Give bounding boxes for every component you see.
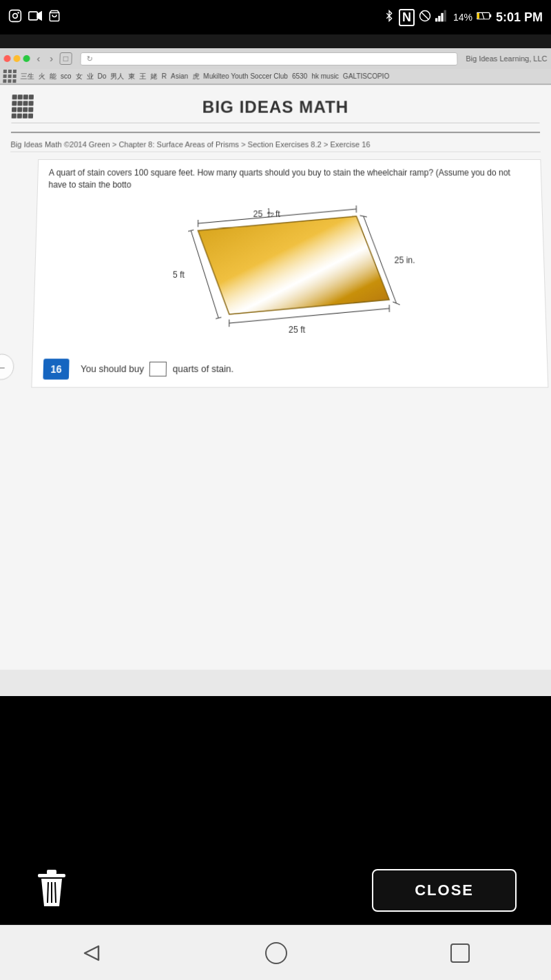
breadcrumb: Big Ideas Math ©2014 Green > Chapter 8: … bbox=[10, 137, 541, 152]
answer-input-box[interactable] bbox=[149, 361, 167, 376]
battery-icon bbox=[477, 10, 492, 24]
bluetooth-icon bbox=[384, 9, 395, 25]
svg-point-1 bbox=[13, 14, 18, 19]
minimize-dot[interactable] bbox=[13, 55, 20, 62]
status-icons-right: N 14% 5:01 PM bbox=[384, 9, 543, 26]
answer-prompt: You should buy bbox=[81, 363, 144, 374]
bookmark-lao[interactable]: 姥 bbox=[151, 72, 158, 81]
bim-header: BIG IDEAS MATH bbox=[11, 92, 539, 123]
url-refresh-icon: ↻ bbox=[86, 54, 92, 63]
bookmark-nanren[interactable]: 男人 bbox=[110, 72, 124, 81]
bookmark-gal[interactable]: GALTISCOPIO bbox=[343, 72, 389, 80]
shopping-icon bbox=[48, 9, 61, 25]
bookmark-asian[interactable]: Asian bbox=[171, 72, 188, 80]
screenshot-area: ‹ › □ ↻ Big Ideas Learning, LLC bbox=[0, 34, 551, 696]
bookmark-music[interactable]: hk music bbox=[311, 72, 339, 80]
browser-toolbar: ‹ › □ ↻ Big Ideas Learning, LLC bbox=[0, 48, 551, 69]
status-icons-left bbox=[8, 9, 61, 25]
exercise-content: A quart of stain covers 100 square feet.… bbox=[31, 159, 548, 387]
back-nav-btn[interactable]: ‹ bbox=[34, 52, 43, 65]
scroll-left-arrow[interactable]: ← bbox=[0, 354, 14, 380]
signal-icon bbox=[435, 10, 449, 25]
maximize-dot[interactable] bbox=[23, 55, 30, 62]
ramp-diagram: 25 1 12 ft 5 ft 25 bbox=[147, 205, 433, 336]
svg-rect-14 bbox=[477, 13, 479, 19]
page-content: BIG IDEAS MATH Big Ideas Math ©2014 Gree… bbox=[0, 85, 551, 670]
bookmark-r[interactable]: R bbox=[162, 72, 167, 80]
battery-percent: 14% bbox=[453, 12, 472, 23]
home-icon bbox=[265, 942, 287, 964]
browser-chrome: ‹ › □ ↻ Big Ideas Learning, LLC bbox=[0, 48, 551, 85]
svg-point-2 bbox=[17, 12, 19, 14]
bookmark-woman[interactable]: 女 bbox=[75, 72, 82, 81]
bookmark-soccer[interactable]: Mukilteo Youth Soccer Club bbox=[203, 72, 288, 80]
bookmark-do[interactable]: Do bbox=[98, 72, 107, 80]
url-bar[interactable]: ↻ bbox=[80, 52, 458, 65]
bookmark-power[interactable]: 能 bbox=[50, 72, 56, 81]
close-button[interactable]: CLOSE bbox=[372, 869, 517, 912]
svg-rect-9 bbox=[438, 16, 440, 21]
nfc-icon: N bbox=[399, 9, 415, 26]
svg-marker-4 bbox=[37, 12, 41, 20]
site-name: Big Ideas Learning, LLC bbox=[466, 54, 548, 63]
video-icon bbox=[28, 9, 43, 25]
svg-line-31 bbox=[393, 302, 399, 305]
trash-button[interactable] bbox=[34, 868, 69, 912]
bookmark-fire[interactable]: 火 bbox=[39, 72, 45, 81]
status-time: 5:01 PM bbox=[496, 10, 543, 25]
window-control-dots bbox=[3, 55, 30, 62]
browser-window: ‹ › □ ↻ Big Ideas Learning, LLC bbox=[0, 48, 551, 696]
svg-rect-0 bbox=[10, 10, 21, 22]
bookmarks-bar: 三生 火 能 sco 女 业 Do 男人 東 王 姥 R Asian 虎 Muk… bbox=[0, 69, 551, 84]
exercise-number-badge: 16 bbox=[43, 358, 69, 379]
svg-line-39 bbox=[48, 882, 48, 903]
question-text: A quart of stain covers 100 square feet.… bbox=[48, 167, 530, 191]
bookmark-sansheng[interactable]: 三生 bbox=[20, 72, 34, 81]
answer-suffix: quarts of stain. bbox=[173, 363, 234, 374]
forward-nav-btn[interactable]: › bbox=[47, 52, 56, 65]
svg-line-7 bbox=[422, 12, 429, 20]
home-button[interactable] bbox=[265, 942, 287, 964]
svg-rect-38 bbox=[47, 870, 56, 875]
nav-bar bbox=[0, 925, 551, 980]
page-title: BIG IDEAS MATH bbox=[12, 97, 540, 116]
status-bar: N 14% 5:01 PM bbox=[0, 0, 551, 34]
recents-icon bbox=[450, 943, 470, 963]
svg-marker-16 bbox=[197, 216, 389, 314]
svg-text:25 in.: 25 in. bbox=[394, 255, 415, 265]
ramp-svg: 25 1 12 ft 5 ft 25 bbox=[147, 205, 447, 351]
bookmark-east[interactable]: 東 bbox=[128, 72, 135, 81]
bookmark-sco[interactable]: sco bbox=[61, 72, 72, 80]
svg-line-41 bbox=[55, 882, 56, 903]
recents-button[interactable] bbox=[450, 943, 470, 963]
bookmark-industry[interactable]: 业 bbox=[86, 72, 93, 81]
back-icon bbox=[81, 943, 102, 963]
back-button[interactable] bbox=[81, 943, 102, 963]
instagram-icon bbox=[8, 9, 22, 25]
answer-row: 16 You should buy quarts of stain. bbox=[43, 358, 537, 379]
block-icon bbox=[419, 10, 431, 25]
svg-text:12: 12 bbox=[267, 211, 274, 218]
svg-rect-8 bbox=[435, 18, 437, 21]
svg-text:5 ft: 5 ft bbox=[173, 269, 185, 280]
trash-icon bbox=[34, 868, 69, 910]
svg-rect-3 bbox=[29, 12, 38, 20]
close-dot[interactable] bbox=[3, 55, 10, 62]
bookmark-6530[interactable]: 6530 bbox=[292, 72, 307, 80]
svg-rect-11 bbox=[444, 10, 446, 22]
svg-text:25 ft: 25 ft bbox=[289, 325, 306, 335]
tab-icon[interactable]: □ bbox=[60, 52, 72, 65]
svg-text:ft: ft bbox=[276, 209, 280, 219]
svg-text:25: 25 bbox=[253, 209, 263, 219]
svg-line-15 bbox=[482, 12, 484, 19]
action-bar: CLOSE bbox=[0, 856, 551, 925]
bookmark-apps-icon[interactable] bbox=[3, 70, 17, 83]
bookmark-tiger[interactable]: 虎 bbox=[192, 72, 199, 81]
svg-marker-42 bbox=[85, 946, 98, 960]
bookmark-wang[interactable]: 王 bbox=[140, 72, 147, 81]
svg-rect-13 bbox=[490, 14, 491, 18]
svg-rect-10 bbox=[441, 13, 443, 22]
